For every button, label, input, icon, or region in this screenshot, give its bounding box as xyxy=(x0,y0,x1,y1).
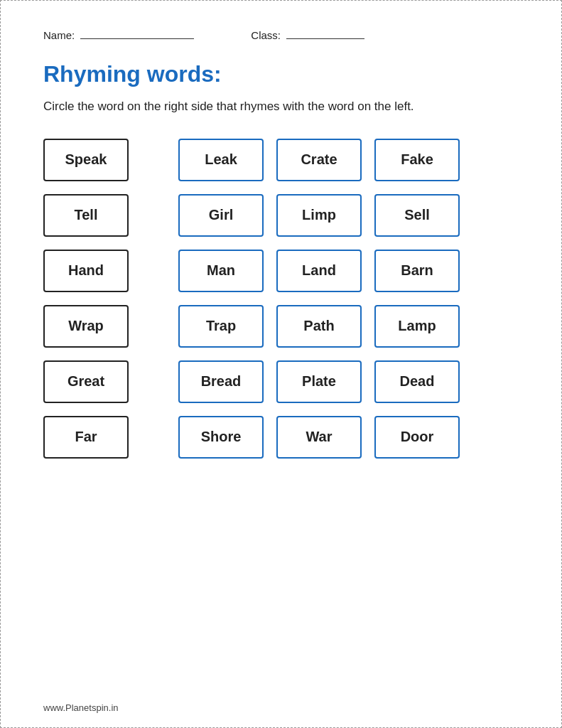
worksheet-page: Name: Class: Rhyming words: Circle the w… xyxy=(0,0,562,728)
option-word-1-1[interactable]: Limp xyxy=(276,194,362,237)
option-word-3-1[interactable]: Path xyxy=(276,305,362,348)
option-word-5-2[interactable]: Door xyxy=(374,416,460,459)
word-row: WrapTrapPathLamp xyxy=(43,305,519,348)
name-label: Name: xyxy=(43,29,75,41)
word-row: HandManLandBarn xyxy=(43,250,519,292)
word-row: GreatBreadPlateDead xyxy=(43,360,519,403)
option-word-0-1[interactable]: Crate xyxy=(276,139,362,181)
instructions-text: Circle the word on the right side that r… xyxy=(43,97,505,116)
option-word-4-0[interactable]: Bread xyxy=(178,360,264,403)
option-word-0-2[interactable]: Fake xyxy=(374,139,460,181)
option-word-2-1[interactable]: Land xyxy=(276,250,362,292)
name-field: Name: xyxy=(43,29,194,41)
option-word-1-0[interactable]: Girl xyxy=(178,194,264,237)
class-label: Class: xyxy=(251,29,281,41)
left-word-1: Tell xyxy=(43,194,129,237)
word-row: FarShoreWarDoor xyxy=(43,416,519,459)
left-word-3: Wrap xyxy=(43,305,129,348)
option-word-2-0[interactable]: Man xyxy=(178,250,264,292)
right-boxes-container: LeakCrateFake xyxy=(178,139,460,181)
name-line xyxy=(80,38,194,39)
option-word-3-0[interactable]: Trap xyxy=(178,305,264,348)
option-word-4-2[interactable]: Dead xyxy=(374,360,460,403)
left-word-2: Hand xyxy=(43,250,129,292)
class-field: Class: xyxy=(251,29,364,41)
word-row: TellGirlLimpSell xyxy=(43,194,519,237)
right-boxes-container: GirlLimpSell xyxy=(178,194,460,237)
word-rows-container: SpeakLeakCrateFakeTellGirlLimpSellHandMa… xyxy=(43,139,519,459)
option-word-3-2[interactable]: Lamp xyxy=(374,305,460,348)
word-row: SpeakLeakCrateFake xyxy=(43,139,519,181)
left-word-5: Far xyxy=(43,416,129,459)
right-boxes-container: TrapPathLamp xyxy=(178,305,460,348)
class-line xyxy=(286,38,364,39)
option-word-2-2[interactable]: Barn xyxy=(374,250,460,292)
header-row: Name: Class: xyxy=(43,29,519,41)
left-word-0: Speak xyxy=(43,139,129,181)
option-word-0-0[interactable]: Leak xyxy=(178,139,264,181)
option-word-1-2[interactable]: Sell xyxy=(374,194,460,237)
option-word-5-0[interactable]: Shore xyxy=(178,416,264,459)
left-word-4: Great xyxy=(43,360,129,403)
right-boxes-container: ShoreWarDoor xyxy=(178,416,460,459)
option-word-5-1[interactable]: War xyxy=(276,416,362,459)
page-title: Rhyming words: xyxy=(43,61,519,87)
right-boxes-container: BreadPlateDead xyxy=(178,360,460,403)
footer-text: www.Planetspin.in xyxy=(43,702,119,713)
right-boxes-container: ManLandBarn xyxy=(178,250,460,292)
option-word-4-1[interactable]: Plate xyxy=(276,360,362,403)
